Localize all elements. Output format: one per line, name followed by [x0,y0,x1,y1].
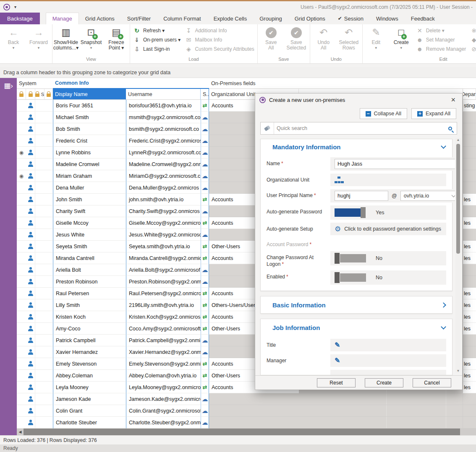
organizational-unit-cell[interactable] [209,417,299,429]
grouping-zone[interactable]: Drag a column header to this grouping zo… [0,67,476,78]
username-cell[interactable]: Giselle.Mccoy@sygx2.onmicro [126,217,201,229]
dialog-title-bar[interactable]: Create a new user on-premises × [255,94,462,106]
display-name-cell[interactable]: Raul Petersen [53,288,126,299]
username-cell[interactable]: Charity.Swift@sygx2.onmicros [126,205,201,217]
table-row[interactable]: Jameson KadeJameson.Kade@sygx2.onmicro☁ [17,393,476,405]
username-cell[interactable]: msmith@sygx2.onmicrosoft.co [126,112,201,123]
display-name-cell[interactable]: Amy-Coco [53,323,126,335]
create-button[interactable]: □Create▾ [389,25,414,52]
section-header-mandatory-information[interactable]: Mandatory Information [261,139,452,154]
username-cell[interactable]: Madeline.Cromwel@sygx2.onn [126,158,201,170]
display-name-cell[interactable]: Preston Robinson [53,276,126,288]
display-name-cell[interactable]: Madeline Cromwel [53,158,126,170]
display-name-cell[interactable]: Bob Smith [53,123,126,135]
grid-tools-icon[interactable]: ▦› [4,82,13,90]
autogenerate-password-toggle[interactable] [335,208,366,217]
password-generation-settings-button[interactable]: ⚙ Click to edit password generation sett… [330,223,446,235]
last-sign-in-button[interactable]: ⇩Last Sign-in [133,45,180,53]
column-header-sync-status[interactable]: S... [201,89,209,100]
clear-search-button[interactable] [261,122,274,134]
snapshot-button[interactable]: ⊡Snapshot▾ [78,25,104,52]
group-header-common-info[interactable]: Common Info [53,78,209,89]
username-cell[interactable]: Emely.Stevenson@sygx2.onmi [126,358,201,370]
group-header-system[interactable]: System [17,78,53,89]
column-header-lock-4[interactable] [44,89,53,100]
table-row[interactable]: Charlotte SteuberCharlotte.Steuber@sygx2… [17,417,476,429]
username-cell[interactable]: Preston.Robinson@sygx2.onmi [126,276,201,288]
display-name-cell[interactable]: Dena Muller [53,182,126,194]
tab-backstage[interactable]: Backstage [0,13,40,24]
username-cell[interactable]: bsmith@sygx2.onmicrosoft.co [126,123,201,135]
username-cell[interactable]: Leyla.Mooney@sygx2.onmicro [126,382,201,393]
tab-grouping[interactable]: Grouping [253,13,288,24]
display-name-cell[interactable]: Giselle Mccoy [53,217,126,229]
ou-picker[interactable] [330,174,446,186]
close-icon[interactable]: × [448,96,458,104]
column-header-lock-3[interactable]: S [35,89,44,100]
quick-access-caret-icon[interactable]: ▾ [14,5,16,9]
username-cell[interactable]: Jesus.White@sygx2.onmicroso [126,229,201,241]
tab-windows[interactable]: Windows [370,13,405,24]
tab-column-format[interactable]: Column Format [157,13,207,24]
change-password-toggle[interactable] [335,254,366,262]
column-header-lock-2[interactable] [26,89,35,100]
section-header-job-information[interactable]: Job Information [261,319,452,336]
display-name-cell[interactable]: Leyla Mooney [53,382,126,393]
username-cell[interactable]: 2196Lilly.smith@ovh.ytria.io [126,299,201,311]
tab-grid-actions[interactable]: Grid Actions [79,13,121,24]
tab-explode-cells[interactable]: Explode Cells [207,13,254,24]
username-cell[interactable]: Seyeta.smith@ovh.ytria.io [126,241,201,252]
username-cell[interactable]: Kristen.Koch@sygx2.onmicros [126,311,201,323]
username-cell[interactable]: Abbey.Coleman@ovh.ytria.io [126,370,201,382]
username-cell[interactable]: Raul.Petersen@sygx2.onmicros [126,288,201,299]
username-cell[interactable]: Jameson.Kade@sygx2.onmicro [126,393,201,405]
tab-grid-options[interactable]: Grid Options [288,13,332,24]
display-name-cell[interactable]: Lynne Robbins [53,147,126,158]
dialog-scrollbar-thumb[interactable] [456,144,460,254]
display-name-cell[interactable]: Charlotte Steuber [53,417,126,429]
tab-manage[interactable]: Manage [46,13,79,24]
display-name-cell[interactable]: Boris Four 3651 [53,100,126,112]
organizational-unit-cell[interactable] [209,405,299,417]
username-cell[interactable]: john.smith@ovh.ytria.io [126,194,201,205]
display-name-cell[interactable]: Emely Stevenson [53,358,126,370]
quick-search-input[interactable] [274,122,443,134]
scroll-down-icon[interactable]: ▼ [455,369,461,373]
username-cell[interactable]: Charlotte.Steuber@sygx2.onmi [126,417,201,429]
column-header-lock-1[interactable] [17,89,26,100]
display-name-cell[interactable]: Michael Smith [53,112,126,123]
name-input[interactable] [335,159,455,169]
display-name-cell[interactable]: Kristen Koch [53,311,126,323]
display-name-cell[interactable]: Miriam Graham [53,170,126,182]
username-cell[interactable]: LynneR@sygx2.onmicrosoft.co [126,147,201,158]
username-cell[interactable]: Dena.Muller@sygx2.onmicros [126,182,201,194]
reset-button[interactable]: Reset [317,378,356,387]
search-button[interactable] [443,122,457,134]
manager-edit-control[interactable]: ✎ [330,354,446,367]
table-row[interactable]: Colin GrantColin.Grant@sygx2.onmicrosof☁ [17,405,476,417]
display-name-cell[interactable]: Abbey.Coleman [53,370,126,382]
dialog-scrollbar[interactable]: ▲ ▼ [455,138,461,373]
create-button[interactable]: Create [365,378,403,387]
section-header-basic-information[interactable]: Basic Information [261,296,452,313]
display-name-cell[interactable]: Lilly Smith [53,299,126,311]
display-name-cell[interactable]: Frederic Crist [53,135,126,147]
display-name-cell[interactable]: Patrick Campbell [53,335,126,346]
on-prem-users-button[interactable]: ⇓On-prem users ▾ [133,36,180,44]
display-name-cell[interactable]: Miranda Cantrell [53,252,126,264]
scroll-up-icon[interactable]: ▲ [455,138,461,142]
display-name-cell[interactable]: Xavier Hernandez [53,346,126,358]
scroll-left-icon[interactable]: ◀ [17,430,24,434]
tab-sort-filter[interactable]: Sort/Filter [121,13,157,24]
username-cell[interactable]: Colin.Grant@sygx2.onmicrosof [126,405,201,417]
username-cell[interactable]: Miranda.Cantrell@sygx2.onmic [126,252,201,264]
username-cell[interactable]: Coco.Amy@sygx2.onmicrosoft [126,323,201,335]
username-cell[interactable]: Frederic.Crist@sygx2.onmicros [126,135,201,147]
display-name-cell[interactable]: John Smith [53,194,126,205]
display-name-cell[interactable]: Ariella Bolt [53,264,126,276]
show-hide-columns--button[interactable]: ▥Show/Hidecolumns...▾ [53,25,78,52]
tab-session[interactable]: ✔Session [332,13,370,24]
username-cell[interactable]: MiriamG@sygx2.onmicrosoft.c [126,170,201,182]
cancel-button[interactable]: Cancel [413,378,451,387]
username-cell[interactable]: Patrick.Campbell@sygx2.onmi [126,335,201,346]
